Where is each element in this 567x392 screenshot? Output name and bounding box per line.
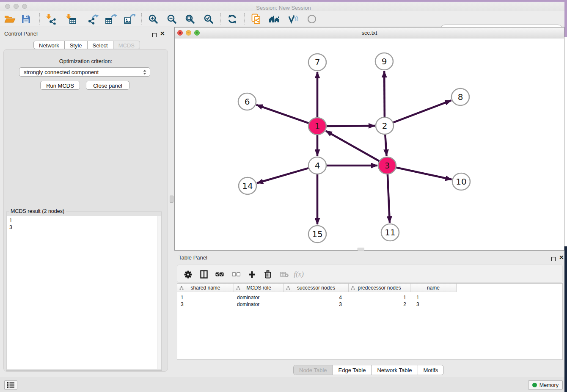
- zoom-out-button[interactable]: [164, 12, 180, 26]
- plus-icon: [248, 271, 256, 278]
- result-scrollbar[interactable]: [157, 216, 161, 369]
- control-panel-close-button[interactable]: ✕: [160, 31, 165, 36]
- graph-edge-1-6[interactable]: [256, 105, 309, 123]
- export-network-button[interactable]: [85, 12, 101, 26]
- zoom-selected-button[interactable]: [201, 12, 217, 26]
- task-history-button[interactable]: [4, 380, 17, 390]
- control-panel-float-button[interactable]: [152, 31, 157, 39]
- optimization-criterion-label: Optimization criterion:: [0, 58, 171, 64]
- col-header-predecessor-nodes[interactable]: predecessor nodes: [349, 284, 410, 292]
- graph-edge-2-3[interactable]: [385, 135, 386, 156]
- save-floppy-icon: [21, 14, 31, 24]
- memory-status-dot: [532, 383, 537, 387]
- cell-shared-name: 1: [177, 295, 234, 301]
- mcds-result-line: 3: [9, 224, 159, 231]
- tab-node-table[interactable]: Node Table: [294, 365, 333, 375]
- list-icon: [7, 381, 15, 389]
- table-panel-close-button[interactable]: ✕: [559, 255, 564, 259]
- hierarchy-icon: [236, 286, 240, 290]
- clone-network-button[interactable]: [248, 12, 264, 26]
- toggle-graphics-details-button[interactable]: [285, 12, 301, 26]
- zoom-in-button[interactable]: [145, 12, 161, 26]
- criterion-select[interactable]: strongly connected component: [19, 67, 150, 77]
- table-settings-button[interactable]: [182, 269, 194, 279]
- cell-mcds-role: dominator: [234, 301, 284, 308]
- select-all-button[interactable]: [213, 269, 226, 279]
- zoom-out-icon: [167, 14, 177, 24]
- col-header-successor-nodes[interactable]: successor nodes: [284, 284, 349, 292]
- zoom-selected-icon: [204, 14, 214, 24]
- cell-name: 3: [410, 301, 457, 308]
- vertical-splitter-grip[interactable]: [170, 196, 173, 203]
- col-header-shared-name[interactable]: shared name: [177, 284, 234, 292]
- save-session-button[interactable]: [18, 12, 34, 26]
- tab-motifs[interactable]: Motifs: [418, 365, 444, 375]
- zoom-fit-button[interactable]: [182, 12, 198, 26]
- horizontal-splitter-grip[interactable]: [358, 248, 364, 251]
- export-table-button[interactable]: [103, 12, 119, 26]
- table-row[interactable]: 1 dominator 4 1 1: [177, 295, 457, 301]
- tab-style[interactable]: Style: [65, 41, 88, 49]
- memory-button[interactable]: Memory: [528, 380, 563, 390]
- col-header-name[interactable]: name: [410, 284, 457, 292]
- clone-network-icon: [251, 14, 261, 25]
- cell-successor-nodes: 4: [284, 295, 349, 301]
- wallpaper-sliver-mid: [564, 37, 567, 246]
- table-row[interactable]: 3 dominator 3 2 3: [177, 301, 457, 308]
- mcds-result-line: 1: [9, 217, 159, 224]
- add-column-button[interactable]: [245, 269, 258, 279]
- apply-layout-button[interactable]: [224, 12, 240, 26]
- open-folder-icon: [4, 14, 16, 24]
- delete-table-button[interactable]: [278, 269, 291, 279]
- export-image-button[interactable]: [121, 12, 138, 26]
- hierarchy-icon: [179, 286, 184, 290]
- graph-node-label-1: 1: [315, 121, 320, 131]
- graph-edge-3-11[interactable]: [388, 174, 390, 223]
- graph-edge-3-10[interactable]: [396, 167, 452, 179]
- graph-node-label-2: 2: [382, 121, 388, 131]
- graph-edge-3-1[interactable]: [326, 131, 380, 161]
- col-header-mcds-role[interactable]: MCDS role: [234, 284, 284, 292]
- open-session-button[interactable]: [2, 12, 18, 26]
- cell-predecessor-nodes: 2: [349, 301, 410, 308]
- deselect-all-button[interactable]: [230, 269, 242, 279]
- network-canvas[interactable]: 7968124314101511: [175, 39, 564, 250]
- network-window-titlebar[interactable]: × − + scc.txt: [175, 28, 564, 39]
- mcds-result-list[interactable]: 1 3: [7, 216, 161, 369]
- hierarchy-icon: [286, 286, 290, 290]
- table-panel-title: Table Panel: [179, 254, 207, 261]
- table-panel: Table Panel ✕: [174, 251, 564, 377]
- tab-edge-table[interactable]: Edge Table: [333, 365, 372, 375]
- graph-edge-2-8[interactable]: [393, 100, 451, 122]
- delete-column-button[interactable]: [261, 269, 274, 279]
- function-builder-button[interactable]: f(x): [292, 269, 305, 279]
- graph-node-label-3: 3: [385, 160, 390, 171]
- toggle-column-button[interactable]: [198, 269, 210, 279]
- tab-network[interactable]: Network: [33, 41, 65, 49]
- status-bar: Memory: [0, 377, 567, 392]
- tab-mcds[interactable]: MCDS: [113, 41, 140, 49]
- cell-mcds-role: dominator: [234, 295, 284, 301]
- main-toolbar: [0, 11, 567, 27]
- graph-edge-1-2[interactable]: [326, 126, 375, 126]
- birds-eye-view-button[interactable]: [304, 12, 320, 26]
- fx-icon: f(x): [294, 270, 304, 279]
- import-table-button[interactable]: [62, 12, 78, 26]
- run-mcds-button[interactable]: Run MCDS: [40, 81, 80, 90]
- wallpaper-sliver-top: [564, 0, 567, 37]
- control-panel-tabs: Network Style Select MCDS: [33, 41, 140, 49]
- tab-network-table[interactable]: Network Table: [372, 365, 418, 375]
- graph-node-label-11: 11: [385, 227, 395, 237]
- table-panel-float-button[interactable]: [551, 255, 556, 263]
- table-toolbar: f(x): [177, 265, 563, 283]
- node-table-header: shared name MCDS role successor nodes: [177, 284, 457, 292]
- show-all-networks-button[interactable]: [267, 12, 283, 26]
- graphics-details-icon: [288, 15, 298, 24]
- main-titlebar: Session: New Session: [0, 2, 567, 11]
- import-network-button[interactable]: [42, 12, 58, 26]
- tab-select[interactable]: Select: [88, 41, 113, 49]
- graph-edge-4-14[interactable]: [257, 168, 309, 183]
- wallpaper-sliver-bottom: [564, 246, 567, 392]
- graph-edge-2-9[interactable]: [384, 71, 385, 117]
- close-panel-button[interactable]: Close panel: [86, 81, 129, 90]
